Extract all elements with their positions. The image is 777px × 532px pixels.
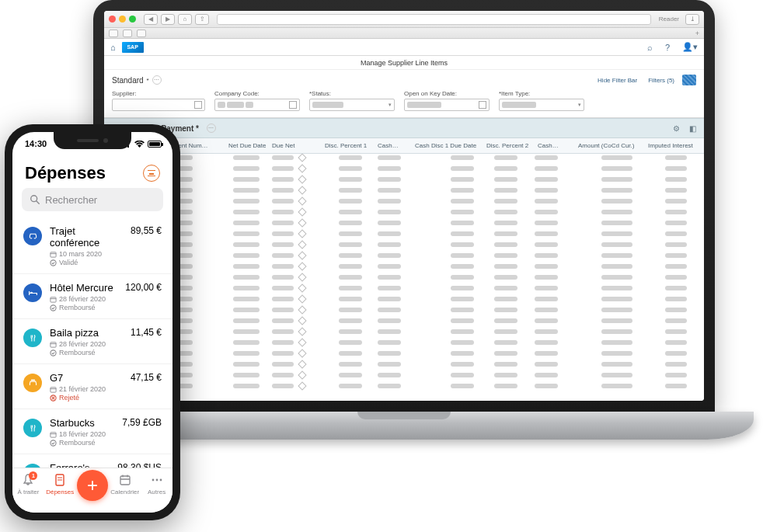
variant-name[interactable]: Standard: [112, 76, 144, 85]
expense-list: Trajet conférence 10 mars 2020 Validé 89…: [12, 217, 172, 468]
forward-icon[interactable]: ▶: [161, 14, 175, 25]
value-help-icon[interactable]: [289, 101, 297, 109]
table-row[interactable]: [109, 286, 699, 295]
expense-amount: 11,45 €: [131, 327, 162, 357]
bookmark-icon[interactable]: [137, 30, 146, 37]
sap-logo: SAP: [122, 42, 144, 53]
table-row[interactable]: [109, 166, 699, 176]
table-row[interactable]: [109, 264, 699, 273]
expense-item[interactable]: Trajet conférence 10 mars 2020 Validé 89…: [12, 217, 172, 274]
tab-bar: 1 À traiter Dépenses + Calendrier Autres: [12, 468, 172, 513]
share-icon[interactable]: ⇪: [195, 14, 209, 25]
table-row[interactable]: [109, 373, 699, 382]
table-row[interactable]: [109, 351, 699, 360]
badge: 1: [29, 471, 37, 480]
search-icon[interactable]: ⌕: [647, 43, 653, 52]
variant-dropdown-icon[interactable]: ⋯: [152, 75, 162, 85]
col-cashdue[interactable]: Cash Disc 1 Due Date: [415, 142, 476, 149]
table-row[interactable]: [109, 340, 699, 349]
close-icon[interactable]: [109, 16, 116, 23]
col-duenet[interactable]: Due Net: [272, 142, 294, 149]
col-amount[interactable]: Amount (CoCd Cur.): [578, 142, 634, 149]
expense-amount: 7,59 £GB: [122, 417, 162, 447]
table-row[interactable]: [109, 188, 699, 197]
tab-calendrier[interactable]: Calendrier: [110, 473, 140, 495]
value-help-icon[interactable]: [194, 101, 202, 109]
filter-bar: Standard * ⋯ Hide Filter Bar Filters (5)…: [104, 70, 704, 118]
export-icon[interactable]: ◧: [689, 124, 696, 133]
table-row[interactable]: [109, 384, 699, 393]
supplier-input[interactable]: [112, 99, 205, 111]
table-row[interactable]: [109, 199, 699, 208]
itemtype-select[interactable]: ▾: [499, 99, 584, 111]
go-button[interactable]: [682, 75, 696, 85]
table-row[interactable]: [109, 297, 699, 306]
svg-rect-2: [51, 252, 56, 256]
col-netdue[interactable]: Net Due Date: [228, 142, 266, 149]
col-disc2[interactable]: Disc. Percent 2: [486, 142, 528, 149]
add-button[interactable]: +: [77, 470, 108, 501]
table-row[interactable]: [109, 242, 699, 252]
svg-point-7: [51, 304, 56, 310]
col-cash2[interactable]: Cash…: [538, 142, 559, 149]
filters-link[interactable]: Filters (5): [648, 77, 674, 84]
expense-item[interactable]: Hôtel Mercure 28 février 2020 Remboursé …: [12, 274, 172, 319]
table-row[interactable]: [109, 308, 699, 317]
table-row[interactable]: [109, 318, 699, 328]
search-input[interactable]: Rechercher: [22, 188, 163, 211]
table-row[interactable]: [109, 155, 699, 165]
expense-status: Remboursé: [50, 304, 117, 311]
filter-icon[interactable]: [143, 165, 160, 182]
search-icon: [30, 194, 40, 205]
expense-item[interactable]: Starbucks 18 février 2020 Remboursé 7,59…: [12, 409, 172, 454]
category-icon: [23, 227, 42, 245]
keydate-input[interactable]: [404, 99, 490, 111]
tab-depenses[interactable]: Dépenses: [45, 473, 75, 495]
minimize-icon[interactable]: [119, 16, 126, 23]
expense-item[interactable]: Ferraro's kitchen 17 février 2020 98,30 …: [12, 454, 172, 468]
tab-a-traiter[interactable]: 1 À traiter: [13, 473, 43, 495]
svg-rect-12: [51, 387, 56, 391]
table-row[interactable]: [109, 177, 699, 186]
settings-icon[interactable]: ⚙: [673, 124, 680, 133]
expense-title: G7: [50, 372, 123, 384]
star-icon: *: [147, 77, 149, 84]
table-row[interactable]: [109, 210, 699, 219]
hide-filter-link[interactable]: Hide Filter Bar: [598, 77, 637, 84]
expense-title: Hôtel Mercure: [50, 282, 117, 294]
help-icon[interactable]: ?: [665, 43, 670, 52]
filter-label-supplier: Supplier:: [112, 90, 205, 97]
download-icon[interactable]: ⤓: [685, 14, 699, 25]
reader-label[interactable]: Reader: [659, 16, 679, 23]
expense-date: 10 mars 2020: [50, 250, 123, 258]
home-icon[interactable]: ⌂: [110, 43, 116, 52]
back-icon[interactable]: ◀: [144, 14, 158, 25]
status-select[interactable]: ▾: [309, 99, 395, 111]
svg-rect-5: [51, 297, 56, 301]
url-bar[interactable]: [217, 14, 651, 25]
expense-item[interactable]: G7 21 février 2020 Rejeté 47,15 €: [12, 364, 172, 409]
col-interest[interactable]: Imputed Interest: [648, 142, 693, 149]
col-cash[interactable]: Cash…: [378, 142, 399, 149]
bookmark-icon[interactable]: [109, 30, 118, 37]
home-icon[interactable]: ⌂: [178, 14, 192, 25]
svg-point-29: [152, 479, 154, 482]
section-share-icon[interactable]: ⋯: [207, 123, 216, 133]
table-row[interactable]: [109, 221, 699, 230]
user-menu[interactable]: 👤▾: [682, 42, 698, 52]
table-row[interactable]: [109, 253, 699, 263]
table-row[interactable]: [109, 362, 699, 371]
table-row[interactable]: [109, 275, 699, 284]
svg-point-10: [51, 349, 56, 355]
bookmark-icon[interactable]: [123, 30, 132, 37]
col-disc1[interactable]: Disc. Percent 1: [325, 142, 367, 149]
expense-amount: 98,30 $US: [117, 462, 162, 468]
calendar-icon[interactable]: [479, 101, 486, 109]
wifi-icon: [134, 141, 145, 148]
expense-item[interactable]: Baila pizza 28 février 2020 Remboursé 11…: [12, 319, 172, 364]
maximize-icon[interactable]: [129, 16, 136, 23]
tab-autres[interactable]: Autres: [142, 473, 172, 495]
table-row[interactable]: [109, 329, 699, 339]
company-input[interactable]: [214, 99, 300, 111]
table-row[interactable]: [109, 231, 699, 241]
